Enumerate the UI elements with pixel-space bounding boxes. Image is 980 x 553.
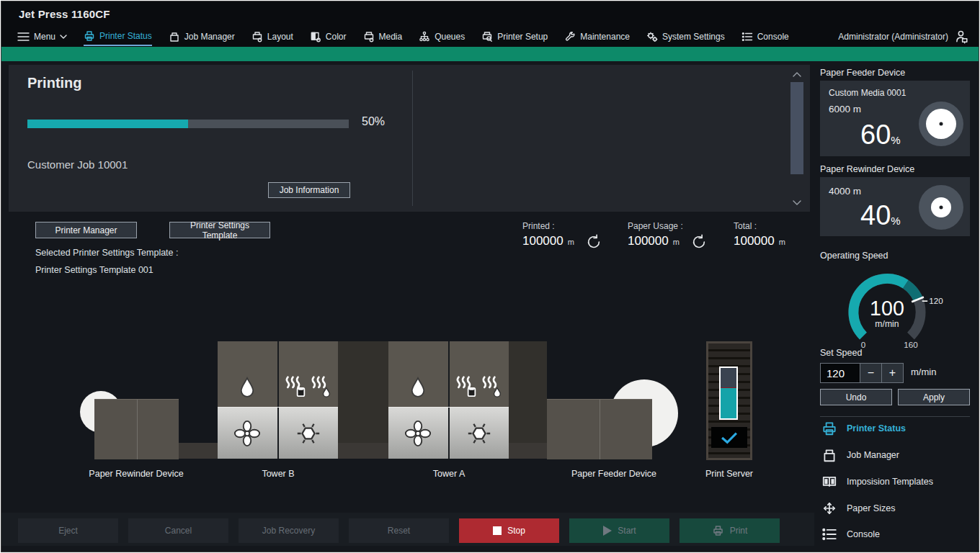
chiller-icon	[466, 420, 493, 447]
print-server-screen	[711, 427, 747, 448]
feeder-connector-base	[509, 443, 547, 459]
fan-icon	[404, 420, 432, 447]
tower-connector	[338, 341, 388, 443]
fan-icon	[233, 420, 261, 447]
cancel-button[interactable]: Cancel	[128, 518, 228, 543]
speed-decrease-button[interactable]: −	[860, 364, 881, 382]
tab-printer-status[interactable]: Printer Status	[84, 27, 152, 46]
printer-icon	[821, 421, 837, 436]
current-job-name: Customer Job 10001	[27, 158, 128, 171]
gauge-current-unit: m/min	[875, 319, 899, 329]
print-progress-bar	[27, 120, 349, 128]
moisture-heater-icon	[481, 375, 502, 398]
feeder-percent: 60%	[860, 121, 901, 148]
layout-icon	[251, 31, 263, 42]
tab-system-settings[interactable]: System Settings	[646, 27, 725, 46]
printing-status-panel: Printing 50% Customer Job 10001 Job Info…	[9, 65, 810, 212]
scrollbar-thumb[interactable]	[790, 82, 803, 174]
reset-printed-icon[interactable]	[586, 234, 602, 250]
undo-button[interactable]: Undo	[820, 389, 892, 405]
sidebar-item-paper-sizes[interactable]: Paper Sizes	[821, 501, 895, 516]
panel-divider	[412, 71, 413, 206]
job-information-button[interactable]: Job Information	[268, 182, 350, 198]
color-icon	[310, 31, 321, 42]
ink-heater-icon	[285, 375, 306, 398]
menu-button[interactable]: Menu	[17, 27, 67, 46]
tab-queues[interactable]: Queues	[419, 27, 465, 46]
sidebar-item-printer-status[interactable]: Printer Status	[821, 421, 906, 436]
media-icon	[363, 31, 375, 42]
sidebar-divider	[820, 416, 970, 417]
job-manager-icon	[169, 31, 180, 42]
operating-speed-gauge: 120 100 m/min 0 160	[834, 268, 953, 356]
set-speed-input[interactable]	[821, 364, 860, 382]
rewinder-card: 4000 m 40%	[820, 177, 970, 236]
tab-media[interactable]: Media	[363, 27, 403, 46]
console-list-icon	[741, 32, 753, 42]
tab-printer-setup[interactable]: Printer Setup	[481, 27, 548, 46]
check-icon	[719, 431, 739, 444]
tab-layout[interactable]: Layout	[251, 27, 293, 46]
reset-button[interactable]: Reset	[349, 518, 449, 543]
feeder-card: Custom Media 0001 6000 m 60%	[820, 81, 970, 156]
total-counter: Total : 100000 m	[734, 221, 785, 248]
reset-paper-usage-icon[interactable]	[691, 234, 707, 250]
job-recovery-button[interactable]: Job Recovery	[239, 518, 339, 543]
paper-rewinder-unit	[94, 399, 179, 459]
print-server-unit	[706, 341, 752, 460]
feeder-roll-icon	[918, 101, 964, 147]
sidebar-item-job-manager[interactable]: Job Manager	[821, 448, 899, 462]
printer-state: Printing	[27, 75, 82, 91]
print-server-label: Print Server	[705, 469, 753, 479]
gauge-set-marker: 120	[929, 296, 943, 305]
machine-status-strip	[1, 47, 979, 61]
printed-counter: Printed : 100000 m	[522, 221, 602, 250]
tab-job-manager[interactable]: Job Manager	[169, 27, 235, 46]
scroll-down-button[interactable]	[790, 197, 803, 207]
scroll-up-button[interactable]	[790, 69, 803, 79]
chevron-down-icon	[793, 200, 801, 205]
selected-template-label: Selected Printer Settings Template :	[35, 248, 179, 258]
start-button[interactable]: Start	[569, 518, 669, 543]
stop-icon	[493, 526, 502, 535]
set-speed-unit: m/min	[911, 367, 936, 377]
gauge-max: 160	[904, 340, 918, 349]
apply-button[interactable]: Apply	[898, 389, 970, 405]
feeder-card-title: Paper Feeder Device	[820, 68, 905, 78]
ink-heater-icon	[455, 375, 477, 398]
hamburger-icon	[17, 32, 30, 42]
title-bar: Jet Press 1160CF	[1, 1, 979, 27]
feeder-label: Paper Feeder Device	[571, 469, 656, 479]
sidebar-item-imposition-templates[interactable]: Imposision Templates	[821, 475, 933, 489]
tower-connector-base	[338, 443, 388, 459]
app-title: Jet Press 1160CF	[19, 8, 110, 20]
stop-button[interactable]: Stop	[459, 518, 559, 543]
printer-manager-button[interactable]: Printer Manager	[35, 222, 137, 238]
speed-increase-button[interactable]: +	[881, 364, 903, 382]
sidebar-item-console[interactable]: Console	[821, 528, 880, 541]
print-server-level-gauge	[719, 367, 738, 420]
tab-maintenance[interactable]: Maintenance	[564, 27, 630, 46]
feeder-media-name: Custom Media 0001	[829, 88, 906, 98]
print-button[interactable]: Print	[680, 518, 780, 543]
rewinder-percent: 40%	[860, 202, 901, 229]
rewinder-remaining: 4000 m	[829, 186, 861, 197]
chiller-icon	[295, 420, 322, 447]
queues-icon	[419, 31, 430, 42]
ink-droplet-icon	[239, 377, 255, 398]
operating-speed-title: Operating Speed	[820, 251, 888, 261]
wrench-icon	[564, 31, 576, 42]
user-account[interactable]: Administrator (Administrator)	[838, 27, 968, 47]
eject-button[interactable]: Eject	[18, 518, 118, 543]
feeder-connector	[509, 341, 547, 443]
printer-settings-template-button[interactable]: Printer Settings Template	[169, 222, 270, 238]
tower-b-label: Tower B	[262, 469, 294, 479]
tab-console[interactable]: Console	[741, 27, 789, 46]
paper-usage-counter: Paper Usage : 100000 m	[628, 221, 707, 250]
tower-a-label: Tower A	[433, 469, 465, 479]
tab-color[interactable]: Color	[310, 27, 347, 46]
rewinder-card-title: Paper Rewinder Device	[820, 164, 914, 174]
printer-setup-icon	[481, 31, 493, 42]
panel-scrollbar[interactable]	[788, 68, 806, 209]
action-bar: Eject Cancel Job Recovery Reset Stop Sta…	[1, 513, 814, 546]
